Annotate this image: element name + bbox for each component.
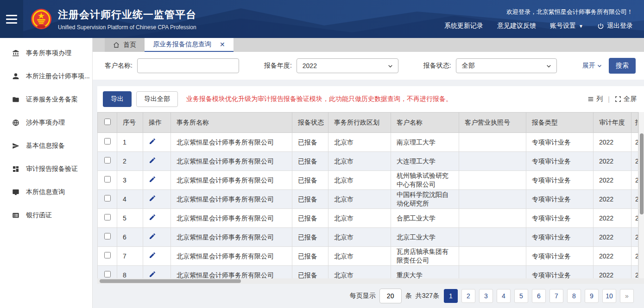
table-row: 3 北京紫恒星会计师事务所有限公司 已报备 北京市 杭州轴承试验研究中心有限公司 <box>98 171 638 190</box>
edit-icon[interactable] <box>149 270 156 278</box>
nav-account-settings[interactable]: 账号设置 ▼ <box>550 22 583 30</box>
menu-icon[interactable] <box>0 0 23 38</box>
export-button[interactable]: 导出 <box>103 91 132 107</box>
cell-seq: 1 <box>117 133 143 152</box>
filing-year-value: 2022 <box>303 62 317 69</box>
edit-icon[interactable] <box>149 157 156 164</box>
cell-year: 2022 <box>593 228 631 247</box>
row-checkbox[interactable] <box>104 195 111 201</box>
sidebar-item-bank-confirmation[interactable]: 银行函证 <box>0 204 92 227</box>
edit-icon[interactable] <box>149 233 156 240</box>
cell-seq: 5 <box>117 209 143 228</box>
app-header: 注册会计师行业统一监管平台 Unified Supervision Platfo… <box>0 0 644 38</box>
page-button-9[interactable]: 9 <box>585 289 599 303</box>
filing-year-select[interactable]: 2022 <box>297 58 398 73</box>
row-checkbox[interactable] <box>104 233 111 239</box>
row-checkbox[interactable] <box>104 252 111 258</box>
sidebar-item-firm-matters[interactable]: 事务所事项办理 <box>0 42 92 65</box>
chevron-down-icon <box>546 63 552 69</box>
cell-firm: 北京紫恒星会计师事务所有限公司 <box>171 266 292 279</box>
row-checkbox[interactable] <box>104 271 111 277</box>
edit-icon[interactable] <box>149 214 156 221</box>
nav-feedback[interactable]: 意见建议反馈 <box>497 22 536 30</box>
globe-icon <box>12 119 19 126</box>
sidebar: 事务所事项办理 本所注册会计师事项... 证券服务业务备案 涉外事项办理 基本信… <box>0 38 93 308</box>
blocks-icon <box>12 165 19 173</box>
sidebar-item-label: 涉外事项办理 <box>26 119 65 127</box>
results-panel: 导出 导出全部 业务报备模块优化升级为审计报告报备验证模块，此功能只做历史数据查… <box>97 86 644 284</box>
sidebar-item-label: 基本信息报备 <box>26 142 65 150</box>
tab-current-label: 原业务报备信息查询 <box>153 40 211 49</box>
columns-icon <box>587 96 594 102</box>
page-button-6[interactable]: 6 <box>532 289 546 303</box>
fullscreen-toggle[interactable]: 全屏 <box>615 95 637 103</box>
tab-legacy-filing-query[interactable]: 原业务报备信息查询 ✕ <box>145 38 234 52</box>
page-button-3[interactable]: 3 <box>479 289 493 303</box>
national-emblem-logo <box>31 8 52 30</box>
expand-filters-link[interactable]: 展开 <box>582 62 602 70</box>
send-icon <box>12 142 19 150</box>
sidebar-item-firm-info-query[interactable]: 本所信息查询 <box>0 181 92 204</box>
nav-system-updates[interactable]: 系统更新记录 <box>444 22 483 30</box>
tab-home[interactable]: 首页 <box>105 38 145 52</box>
cell-clipped: 2 <box>631 133 638 152</box>
page-button-2[interactable]: 2 <box>461 289 475 303</box>
page-button-8[interactable]: 8 <box>567 289 581 303</box>
next-page-button[interactable]: » <box>620 289 634 303</box>
row-checkbox[interactable] <box>104 157 111 163</box>
page-button-1[interactable]: 1 <box>444 289 458 303</box>
select-all-checkbox[interactable] <box>104 119 111 125</box>
filing-year-label: 报备年度: <box>264 62 292 70</box>
data-table-container: 序号 操作 事务所名称 报备状态 事务所行政区划 客户名称 客户营业执照号 报备… <box>97 112 644 278</box>
vertical-scrollbar[interactable] <box>638 112 644 278</box>
cell-year: 2022 <box>593 171 631 190</box>
filing-table: 序号 操作 事务所名称 报备状态 事务所行政区划 客户名称 客户营业执照号 报备… <box>97 112 638 278</box>
page-button-7[interactable]: 7 <box>549 289 563 303</box>
vertical-scrollbar-thumb[interactable] <box>640 133 644 214</box>
sidebar-item-securities-filing[interactable]: 证券服务业务备案 <box>0 88 92 111</box>
filing-status-select[interactable]: 全部 <box>456 58 557 73</box>
edit-icon[interactable] <box>149 176 156 183</box>
sidebar-item-basic-info-filing[interactable]: 基本信息报备 <box>0 134 92 157</box>
column-header-seq: 序号 <box>117 113 143 133</box>
edit-icon[interactable] <box>149 195 156 202</box>
row-checkbox[interactable] <box>104 138 111 145</box>
row-checkbox[interactable] <box>104 214 111 220</box>
monitor-icon <box>12 189 19 196</box>
search-button[interactable]: 搜索 <box>609 58 636 74</box>
horizontal-scrollbar-thumb[interactable] <box>100 279 241 283</box>
cell-year: 2022 <box>593 209 631 228</box>
customer-name-input[interactable] <box>137 58 239 73</box>
page-button-4[interactable]: 4 <box>497 289 511 303</box>
nav-logout[interactable]: 退出登录 <box>597 22 633 30</box>
horizontal-scrollbar[interactable] <box>97 278 644 284</box>
cell-type: 专项审计业务 <box>526 266 593 279</box>
row-checkbox[interactable] <box>104 176 111 182</box>
brand: 注册会计师行业统一监管平台 Unified Supervision Platfo… <box>23 0 196 38</box>
close-icon[interactable]: ✕ <box>220 41 225 48</box>
sidebar-item-foreign-matters[interactable]: 涉外事项办理 <box>0 111 92 134</box>
column-header-region: 事务所行政区划 <box>328 113 391 133</box>
cell-firm: 北京紫恒星会计师事务所有限公司 <box>171 133 292 152</box>
cell-status: 已报备 <box>292 209 328 228</box>
page-title: 注册会计师行业统一监管平台 <box>58 8 196 22</box>
column-header-status: 报备状态 <box>292 113 328 133</box>
cell-license <box>459 266 526 279</box>
chevron-down-icon <box>597 63 602 69</box>
cell-license <box>459 190 526 209</box>
page-button-10[interactable]: 10 <box>602 289 616 303</box>
table-row: 6 北京紫恒星会计师事务所有限公司 已报备 北京市 北京工业大学 <box>98 228 638 247</box>
per-page-input[interactable] <box>379 289 402 303</box>
page-button-5[interactable]: 5 <box>514 289 528 303</box>
cell-firm: 北京紫恒星会计师事务所有限公司 <box>171 209 292 228</box>
sidebar-item-audit-report-verify[interactable]: 审计报告报备验证 <box>0 157 92 181</box>
edit-icon[interactable] <box>149 138 156 145</box>
pagination-bar: 每页显示 条 共327条 1 2 3 4 5 6 7 8 9 10 » <box>93 284 644 308</box>
edit-icon[interactable] <box>149 251 156 259</box>
sidebar-item-cpa-matters[interactable]: 本所注册会计师事项... <box>0 65 92 88</box>
columns-toggle[interactable]: 列 <box>587 95 603 103</box>
per-page-label: 每页显示 <box>350 292 376 300</box>
export-all-button[interactable]: 导出全部 <box>136 91 178 107</box>
cell-clipped: 2 <box>631 247 638 266</box>
cell-seq: 6 <box>117 228 143 247</box>
